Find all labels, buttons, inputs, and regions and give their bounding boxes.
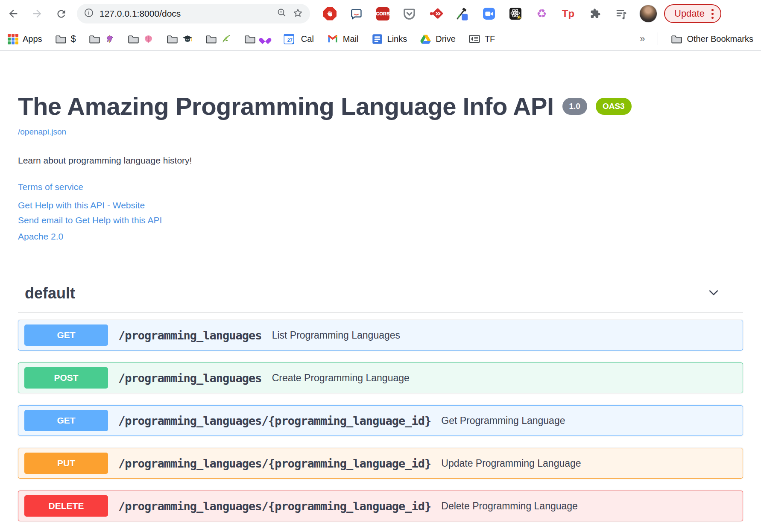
links-icon (372, 33, 383, 45)
endpoint-path: /programming_languages/{programming_lang… (118, 457, 431, 470)
swagger-page: The Amazing Programming Language Info AP… (0, 92, 761, 521)
endpoint-summary: Update Programming Language (441, 458, 581, 469)
bookmark-mail[interactable]: Mail (327, 33, 359, 45)
bookmark-folder-brain[interactable] (128, 33, 154, 45)
recycle-icon[interactable]: ♻ (535, 7, 549, 21)
endpoint-list: GET /programming_languages List Programm… (18, 320, 743, 521)
cal-label: Cal (301, 34, 314, 44)
color-picker-icon[interactable] (455, 7, 469, 21)
endpoint-row-post-create[interactable]: POST /programming_languages Create Progr… (18, 362, 743, 393)
endpoint-row-put-update[interactable]: PUT /programming_languages/{programming_… (18, 448, 743, 479)
chat-bubble-icon[interactable] (349, 7, 363, 21)
endpoint-summary: Delete Programming Language (441, 500, 578, 512)
react-devtools-icon[interactable] (508, 7, 522, 21)
bookmark-links[interactable]: Links (372, 33, 407, 45)
bookmark-tf[interactable]: TF (468, 33, 495, 45)
herb-icon (221, 34, 231, 44)
endpoint-row-get-one[interactable]: GET /programming_languages/{programming_… (18, 405, 743, 436)
terms-row: Terms of service (18, 182, 743, 192)
drive-label: Drive (436, 34, 456, 44)
endpoint-row-get-list[interactable]: GET /programming_languages List Programm… (18, 320, 743, 351)
tf-card-icon (468, 33, 480, 45)
address-bar[interactable]: 127.0.0.1:8000/docs (77, 4, 310, 23)
bookmark-folder-heart[interactable] (244, 33, 270, 45)
bookmark-star-icon[interactable] (293, 8, 303, 20)
graduation-cap-icon (182, 34, 193, 44)
other-bookmarks[interactable]: Other Bookmarks (671, 33, 753, 45)
drive-icon (420, 33, 431, 45)
oas3-badge: OAS3 (596, 98, 632, 115)
purple-heart-icon (260, 34, 270, 44)
bookmarks-divider (658, 32, 658, 45)
endpoint-row-delete[interactable]: DELETE /programming_languages/{programmi… (18, 491, 743, 521)
browser-toolbar: 127.0.0.1:8000/docs CORS (0, 0, 761, 27)
chevron-down-icon[interactable] (707, 286, 720, 301)
method-badge: GET (24, 324, 108, 346)
tf-label: TF (485, 34, 495, 44)
media-playlist-icon[interactable] (614, 7, 628, 21)
bookmark-apps[interactable]: Apps (8, 34, 42, 44)
folder-icon (55, 33, 67, 45)
nav-buttons (7, 7, 67, 20)
endpoint-path: /programming_languages/{programming_lang… (118, 414, 431, 427)
bookmark-folder-herb[interactable] (205, 33, 231, 45)
endpoint-path: /programming_languages (118, 371, 262, 385)
forward-icon[interactable] (31, 7, 44, 20)
method-badge: PUT (24, 453, 108, 474)
default-tag-section: default GET /programming_languages List … (18, 284, 743, 521)
red-diamond-icon[interactable] (429, 7, 443, 21)
bookmark-folder-carousel[interactable] (89, 33, 115, 45)
video-camera-icon[interactable] (482, 7, 496, 21)
method-badge: POST (24, 367, 108, 389)
help-website-link[interactable]: Get Help with this API - Website (18, 198, 145, 212)
section-header[interactable]: default (18, 284, 743, 313)
extensions-row: CORS ♻ Tp (323, 7, 628, 21)
calendar-day: 27 (286, 38, 294, 43)
update-button[interactable]: Update (664, 4, 721, 23)
openapi-spec-link[interactable]: /openapi.json (18, 127, 66, 137)
puzzle-extensions-icon[interactable] (588, 7, 602, 21)
endpoint-path: /programming_languages/{programming_lang… (118, 500, 431, 513)
folder-icon (167, 33, 178, 45)
method-badge: DELETE (24, 495, 108, 517)
license-row: Apache 2.0 (18, 231, 743, 242)
hand-blocker-icon[interactable] (323, 7, 337, 21)
bookmark-folder-graduation[interactable] (167, 33, 193, 45)
mail-label: Mail (343, 34, 359, 44)
reload-icon[interactable] (55, 7, 67, 20)
brain-icon (143, 34, 154, 44)
terms-of-service-link[interactable]: Terms of service (18, 182, 83, 192)
folder-icon (128, 33, 139, 45)
help-email-link[interactable]: Send email to Get Help with this API (18, 213, 162, 227)
apps-label: Apps (23, 34, 42, 44)
bookmarks-overflow-chevrons[interactable]: » (640, 33, 645, 44)
site-info-icon[interactable] (84, 8, 94, 20)
update-label: Update (674, 8, 705, 19)
method-badge: GET (24, 410, 108, 431)
folder-icon (671, 33, 682, 45)
bookmark-calendar[interactable]: 27 Cal (283, 33, 314, 45)
endpoint-summary: List Programming Languages (272, 330, 400, 341)
profile-avatar[interactable] (639, 5, 657, 23)
title-row: The Amazing Programming Language Info AP… (18, 92, 743, 120)
bookmark-drive[interactable]: Drive (420, 33, 456, 45)
license-link[interactable]: Apache 2.0 (18, 231, 63, 242)
cors-icon[interactable]: CORS (376, 7, 390, 21)
api-description: Learn about programming language history… (18, 155, 743, 166)
back-icon[interactable] (7, 7, 20, 20)
gmail-icon (327, 33, 339, 45)
links-label: Links (387, 34, 407, 44)
section-title: default (25, 284, 75, 302)
pocket-icon[interactable] (402, 7, 416, 21)
version-badge: 1.0 (562, 98, 587, 115)
bookmarks-bar: Apps $ 27 Cal M (0, 27, 761, 51)
url-text[interactable]: 127.0.0.1:8000/docs (100, 9, 271, 19)
zoom-out-icon[interactable] (277, 8, 287, 20)
tp-icon[interactable]: Tp (561, 7, 575, 21)
endpoint-path: /programming_languages (118, 329, 262, 342)
other-bookmarks-label: Other Bookmarks (687, 34, 753, 44)
browser-menu-icon[interactable] (711, 9, 714, 19)
bookmark-folder-dollar[interactable]: $ (55, 33, 76, 45)
dollar-sign-icon: $ (71, 33, 76, 44)
endpoint-summary: Get Programming Language (441, 415, 565, 427)
